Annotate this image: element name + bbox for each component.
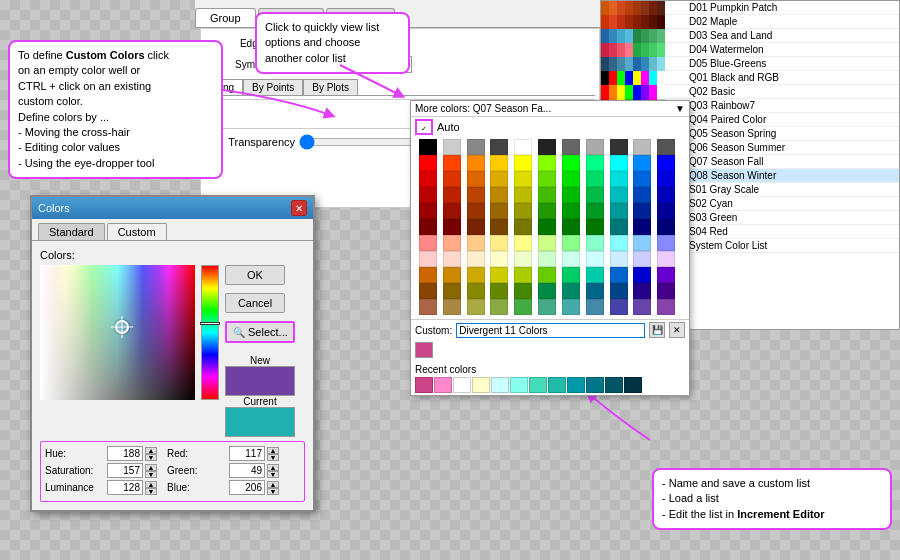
- color-cell[interactable]: [633, 283, 651, 299]
- color-cell[interactable]: [443, 139, 461, 155]
- color-cell[interactable]: [562, 299, 580, 315]
- color-cell[interactable]: [562, 171, 580, 187]
- color-cell[interactable]: [562, 235, 580, 251]
- transparency-slider[interactable]: [299, 134, 419, 150]
- color-cell[interactable]: [633, 235, 651, 251]
- color-cell[interactable]: [562, 155, 580, 171]
- color-cell[interactable]: [657, 283, 675, 299]
- color-cell[interactable]: [610, 299, 628, 315]
- color-list-row[interactable]: D05 Blue-Greens: [601, 57, 899, 71]
- color-cell[interactable]: [633, 267, 651, 283]
- recent-color-cell[interactable]: [529, 377, 547, 393]
- recent-color-cell[interactable]: [567, 377, 585, 393]
- color-cell[interactable]: [443, 187, 461, 203]
- color-cell[interactable]: [633, 171, 651, 187]
- color-cell[interactable]: [443, 155, 461, 171]
- color-cell[interactable]: [586, 155, 604, 171]
- color-cell[interactable]: [443, 203, 461, 219]
- red-down[interactable]: ▼: [267, 454, 279, 461]
- hue-input[interactable]: [107, 446, 143, 461]
- save-list-btn[interactable]: 💾: [649, 322, 665, 338]
- color-cell[interactable]: [586, 235, 604, 251]
- color-cell[interactable]: [586, 203, 604, 219]
- color-cell[interactable]: [514, 283, 532, 299]
- color-cell[interactable]: [657, 171, 675, 187]
- hue-slider[interactable]: [201, 265, 219, 400]
- color-cell[interactable]: [610, 219, 628, 235]
- color-cell[interactable]: [633, 187, 651, 203]
- blue-input[interactable]: [229, 480, 265, 495]
- color-cell[interactable]: [610, 171, 628, 187]
- color-list-row[interactable]: D01 Pumpkin Patch: [601, 1, 899, 15]
- color-cell[interactable]: [419, 219, 437, 235]
- color-cell[interactable]: [657, 267, 675, 283]
- color-cell[interactable]: [467, 187, 485, 203]
- color-cell[interactable]: [443, 235, 461, 251]
- color-cell[interactable]: [538, 155, 556, 171]
- color-cell[interactable]: [467, 251, 485, 267]
- color-list-row[interactable]: D03 Sea and Land: [601, 29, 899, 43]
- color-cell[interactable]: [490, 235, 508, 251]
- color-cell[interactable]: [562, 251, 580, 267]
- color-cell[interactable]: [514, 219, 532, 235]
- color-cell[interactable]: [514, 299, 532, 315]
- color-cell[interactable]: [514, 155, 532, 171]
- color-cell[interactable]: [443, 283, 461, 299]
- color-cell[interactable]: [443, 267, 461, 283]
- color-cell[interactable]: [490, 171, 508, 187]
- recent-color-cell[interactable]: [548, 377, 566, 393]
- color-cell[interactable]: [562, 267, 580, 283]
- custom-list-input[interactable]: [456, 323, 645, 338]
- color-cell[interactable]: [467, 155, 485, 171]
- color-cell[interactable]: [419, 171, 437, 187]
- color-cell[interactable]: [514, 203, 532, 219]
- color-cell[interactable]: [490, 187, 508, 203]
- color-cell[interactable]: [467, 283, 485, 299]
- color-list-row[interactable]: D02 Maple: [601, 15, 899, 29]
- color-cell[interactable]: [586, 219, 604, 235]
- recent-color-cell[interactable]: [586, 377, 604, 393]
- color-cell[interactable]: [490, 267, 508, 283]
- color-cell[interactable]: [610, 139, 628, 155]
- color-cell[interactable]: [514, 251, 532, 267]
- color-cell[interactable]: [657, 299, 675, 315]
- color-cell[interactable]: [657, 251, 675, 267]
- recent-color-cell[interactable]: [453, 377, 471, 393]
- color-cell[interactable]: [443, 251, 461, 267]
- color-list-row[interactable]: Q02 Basic: [601, 85, 899, 99]
- color-cell[interactable]: [490, 219, 508, 235]
- color-cell[interactable]: [633, 219, 651, 235]
- recent-color-cell[interactable]: [624, 377, 642, 393]
- lum-up[interactable]: ▲: [145, 481, 157, 488]
- color-cell[interactable]: [657, 219, 675, 235]
- color-cell[interactable]: [490, 251, 508, 267]
- sat-input[interactable]: [107, 463, 143, 478]
- color-cell[interactable]: [419, 283, 437, 299]
- color-cell[interactable]: [586, 283, 604, 299]
- red-input[interactable]: [229, 446, 265, 461]
- color-cell[interactable]: [538, 171, 556, 187]
- color-cell[interactable]: [490, 155, 508, 171]
- color-cell[interactable]: [538, 219, 556, 235]
- color-cell[interactable]: [562, 139, 580, 155]
- sat-down[interactable]: ▼: [145, 471, 157, 478]
- color-cell[interactable]: [443, 171, 461, 187]
- color-cell[interactable]: [610, 283, 628, 299]
- color-cell[interactable]: [467, 171, 485, 187]
- color-cell[interactable]: [419, 139, 437, 155]
- color-cell[interactable]: [419, 235, 437, 251]
- select-button[interactable]: 🔍 Select...: [225, 321, 295, 343]
- color-cell[interactable]: [586, 251, 604, 267]
- color-cell[interactable]: [419, 267, 437, 283]
- color-cell[interactable]: [633, 155, 651, 171]
- ok-button[interactable]: OK: [225, 265, 285, 285]
- color-cell[interactable]: [586, 299, 604, 315]
- recent-color-cell[interactable]: [434, 377, 452, 393]
- color-cell[interactable]: [538, 267, 556, 283]
- cancel-button[interactable]: Cancel: [225, 293, 285, 313]
- color-cell[interactable]: [490, 139, 508, 155]
- tab-by-points[interactable]: By Points: [243, 79, 303, 95]
- color-cell[interactable]: [657, 187, 675, 203]
- tab-group[interactable]: Group: [195, 8, 256, 27]
- auto-btn[interactable]: ✓: [415, 119, 433, 135]
